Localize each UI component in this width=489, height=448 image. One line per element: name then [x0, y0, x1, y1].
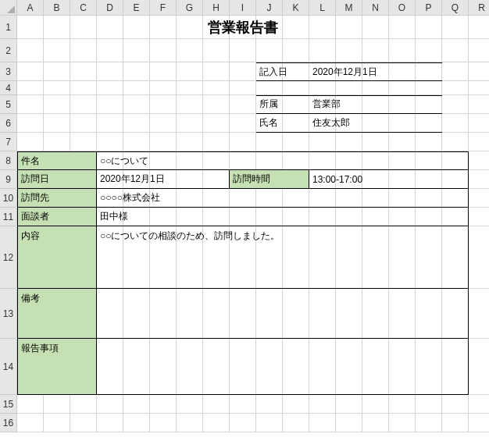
- cell[interactable]: [416, 395, 442, 414]
- cell[interactable]: [44, 81, 70, 95]
- cell[interactable]: [362, 133, 389, 151]
- cell[interactable]: [469, 39, 489, 62]
- cell[interactable]: [70, 95, 97, 114]
- cell[interactable]: [97, 62, 123, 81]
- cell[interactable]: [389, 395, 416, 414]
- cell[interactable]: [469, 114, 489, 133]
- cell[interactable]: [97, 133, 123, 151]
- cell[interactable]: [44, 114, 70, 133]
- row-header-13[interactable]: 13: [0, 289, 17, 339]
- row-header-3[interactable]: 3: [0, 62, 17, 81]
- cell[interactable]: [230, 81, 256, 95]
- cell[interactable]: [336, 39, 362, 62]
- cell[interactable]: [177, 395, 203, 414]
- row-header-15[interactable]: 15: [0, 395, 17, 414]
- cell[interactable]: [309, 133, 336, 151]
- row-header-10[interactable]: 10: [0, 189, 17, 208]
- cell[interactable]: [150, 114, 177, 133]
- destination-value[interactable]: ○○○○株式会社: [97, 189, 469, 208]
- cell[interactable]: [362, 81, 389, 95]
- cell[interactable]: [469, 81, 489, 95]
- row-header-14[interactable]: 14: [0, 339, 17, 395]
- cell[interactable]: [442, 133, 469, 151]
- column-header-N[interactable]: N: [362, 0, 389, 16]
- cell[interactable]: [283, 39, 309, 62]
- cell[interactable]: [44, 133, 70, 151]
- cell[interactable]: [389, 81, 416, 95]
- cell[interactable]: [283, 414, 309, 432]
- cell[interactable]: [416, 133, 442, 151]
- cell[interactable]: [70, 133, 97, 151]
- cell[interactable]: [469, 151, 489, 170]
- cell[interactable]: [44, 39, 70, 62]
- remarks-value[interactable]: [97, 289, 469, 339]
- row-header-2[interactable]: 2: [0, 39, 17, 62]
- column-header-E[interactable]: E: [123, 0, 150, 16]
- row-header-4[interactable]: 4: [0, 81, 17, 95]
- row-header-16[interactable]: 16: [0, 414, 17, 432]
- row-header-9[interactable]: 9: [0, 170, 17, 189]
- cell[interactable]: [177, 133, 203, 151]
- cell[interactable]: [336, 414, 362, 432]
- cell[interactable]: [469, 95, 489, 114]
- cell[interactable]: [203, 133, 230, 151]
- cell[interactable]: [203, 62, 230, 81]
- select-all-corner[interactable]: [0, 0, 17, 16]
- cell[interactable]: [17, 95, 44, 114]
- interviewee-value[interactable]: 田中様: [97, 208, 469, 226]
- cell[interactable]: [256, 414, 283, 432]
- cell[interactable]: [336, 81, 362, 95]
- column-header-L[interactable]: L: [309, 0, 336, 16]
- column-header-A[interactable]: A: [17, 0, 44, 16]
- cell[interactable]: [469, 339, 489, 395]
- cell[interactable]: [389, 414, 416, 432]
- cell[interactable]: [177, 62, 203, 81]
- cell[interactable]: [256, 395, 283, 414]
- cell[interactable]: [150, 133, 177, 151]
- cell[interactable]: [230, 62, 256, 81]
- cell[interactable]: [442, 395, 469, 414]
- cell[interactable]: [442, 81, 469, 95]
- column-header-P[interactable]: P: [416, 0, 442, 16]
- cell[interactable]: [442, 414, 469, 432]
- cell[interactable]: [123, 81, 150, 95]
- cell[interactable]: [309, 39, 336, 62]
- cell[interactable]: [150, 95, 177, 114]
- cell[interactable]: [309, 81, 336, 95]
- cell[interactable]: [123, 114, 150, 133]
- cell[interactable]: [469, 226, 489, 289]
- cell[interactable]: [203, 39, 230, 62]
- cell[interactable]: [469, 170, 489, 189]
- cell[interactable]: [17, 39, 44, 62]
- cell[interactable]: [469, 62, 489, 81]
- cell[interactable]: [97, 414, 123, 432]
- cell[interactable]: [203, 414, 230, 432]
- cell[interactable]: [416, 81, 442, 95]
- column-header-I[interactable]: I: [230, 0, 256, 16]
- row-header-5[interactable]: 5: [0, 95, 17, 114]
- cell[interactable]: [17, 81, 44, 95]
- cell[interactable]: [177, 414, 203, 432]
- cell[interactable]: [442, 95, 469, 114]
- cell[interactable]: [150, 39, 177, 62]
- entry-date-value[interactable]: 2020年12月1日: [309, 62, 442, 81]
- cell[interactable]: [17, 62, 44, 81]
- cell[interactable]: [123, 62, 150, 81]
- cell[interactable]: [469, 414, 489, 432]
- column-header-J[interactable]: J: [256, 0, 283, 16]
- cell[interactable]: [70, 114, 97, 133]
- cell[interactable]: [44, 95, 70, 114]
- column-header-K[interactable]: K: [283, 0, 309, 16]
- row-header-1[interactable]: 1: [0, 16, 17, 39]
- cell[interactable]: [469, 133, 489, 151]
- cell[interactable]: [150, 414, 177, 432]
- row-header-11[interactable]: 11: [0, 208, 17, 226]
- cell[interactable]: [469, 395, 489, 414]
- cell[interactable]: [17, 133, 44, 151]
- cell[interactable]: [150, 395, 177, 414]
- report-value[interactable]: [97, 339, 469, 395]
- cell[interactable]: [44, 395, 70, 414]
- cell[interactable]: [177, 39, 203, 62]
- cell[interactable]: [203, 395, 230, 414]
- cell[interactable]: [97, 395, 123, 414]
